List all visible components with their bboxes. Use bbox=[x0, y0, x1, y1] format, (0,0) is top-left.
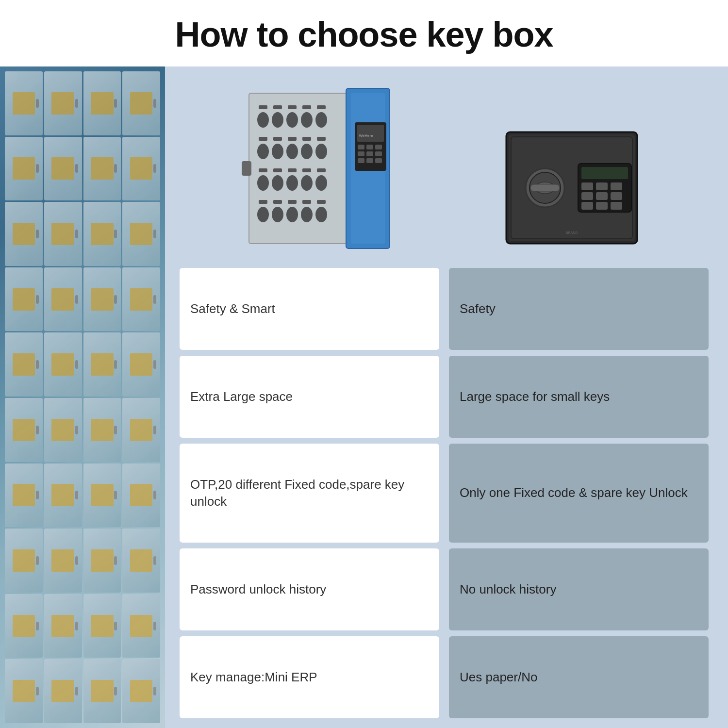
vault-cell-handle bbox=[153, 426, 156, 434]
svg-point-40 bbox=[315, 207, 327, 222]
vault-cell-handle bbox=[153, 687, 156, 695]
product-safebox: BRAND bbox=[494, 120, 649, 256]
vault-cell-handle bbox=[75, 164, 78, 173]
svg-rect-15 bbox=[317, 137, 326, 141]
vault-cell-handle bbox=[36, 99, 39, 108]
vault-cell bbox=[44, 659, 82, 723]
svg-rect-52 bbox=[358, 158, 364, 163]
svg-rect-72 bbox=[596, 202, 608, 210]
vault-cell bbox=[44, 529, 82, 593]
svg-point-19 bbox=[301, 144, 313, 159]
vault-cell bbox=[5, 463, 43, 528]
svg-rect-54 bbox=[375, 158, 382, 163]
vault-cell-handle bbox=[153, 230, 156, 238]
svg-rect-14 bbox=[302, 137, 311, 141]
svg-point-10 bbox=[315, 112, 327, 128]
vault-cell-handle bbox=[114, 99, 117, 108]
vault-cell bbox=[122, 267, 160, 331]
vault-cell bbox=[5, 137, 43, 201]
svg-rect-23 bbox=[288, 168, 297, 172]
vault-cell bbox=[122, 71, 160, 135]
vault-cell bbox=[122, 332, 160, 397]
vault-cell bbox=[122, 659, 160, 723]
feature-right-3: No unlock history bbox=[449, 548, 709, 630]
svg-point-7 bbox=[272, 112, 283, 128]
header: How to choose key box bbox=[0, 0, 728, 66]
vault-cell-handle bbox=[75, 556, 78, 565]
svg-rect-31 bbox=[259, 200, 267, 204]
product-keybox: WeHere bbox=[239, 81, 395, 256]
vault-cell bbox=[83, 137, 121, 201]
vault-cell bbox=[5, 332, 43, 397]
feature-left-4: Key manage:Mini ERP bbox=[180, 636, 439, 718]
vault-cell bbox=[44, 398, 82, 462]
vault-cell-handle bbox=[36, 230, 39, 238]
svg-rect-53 bbox=[366, 158, 373, 163]
svg-text:WeHere: WeHere bbox=[359, 133, 373, 138]
vault-cell-handle bbox=[36, 556, 39, 565]
vault-cell bbox=[83, 529, 121, 593]
vault-cell bbox=[5, 71, 43, 135]
vault-grid bbox=[0, 66, 165, 728]
vault-cell bbox=[44, 267, 82, 331]
vault-cell bbox=[83, 267, 121, 331]
svg-point-38 bbox=[286, 207, 298, 222]
vault-cell bbox=[44, 463, 82, 528]
vault-cell-handle bbox=[153, 556, 156, 565]
vault-cell-handle bbox=[75, 360, 78, 369]
vault-cell-handle bbox=[75, 230, 78, 238]
svg-point-36 bbox=[257, 207, 269, 222]
svg-rect-22 bbox=[273, 168, 282, 172]
vault-cell bbox=[83, 332, 121, 397]
svg-rect-48 bbox=[375, 145, 382, 149]
page-title: How to choose key box bbox=[10, 15, 718, 54]
svg-rect-21 bbox=[259, 168, 267, 172]
svg-rect-47 bbox=[366, 145, 373, 149]
svg-rect-50 bbox=[366, 151, 373, 156]
vault-background bbox=[0, 66, 165, 728]
feature-right-0: Safety bbox=[449, 268, 709, 350]
vault-cell bbox=[44, 202, 82, 266]
vault-cell bbox=[5, 267, 43, 331]
products-row: WeHere bbox=[180, 76, 709, 256]
vault-cell-handle bbox=[114, 295, 117, 304]
vault-cell-handle bbox=[153, 295, 156, 304]
feature-right-4: Ues paper/No bbox=[449, 636, 709, 718]
vault-cell bbox=[122, 202, 160, 266]
main-container: How to choose key box bbox=[0, 0, 728, 728]
vault-cell bbox=[83, 659, 121, 723]
svg-rect-65 bbox=[581, 182, 593, 190]
svg-rect-2 bbox=[273, 105, 282, 109]
vault-cell-handle bbox=[75, 295, 78, 304]
svg-point-28 bbox=[286, 175, 298, 191]
content-area: WeHere bbox=[0, 66, 728, 728]
svg-rect-41 bbox=[242, 161, 251, 176]
svg-rect-4 bbox=[302, 105, 311, 109]
svg-rect-67 bbox=[611, 182, 622, 190]
feature-left-1: Extra Large space bbox=[180, 356, 439, 438]
vault-cell bbox=[83, 398, 121, 462]
svg-rect-11 bbox=[259, 137, 267, 141]
svg-rect-62 bbox=[530, 184, 560, 191]
svg-point-30 bbox=[315, 175, 327, 191]
vault-cell-handle bbox=[114, 687, 117, 695]
svg-rect-68 bbox=[581, 192, 593, 200]
vault-cell-handle bbox=[153, 360, 156, 369]
vault-cell-handle bbox=[75, 426, 78, 434]
svg-rect-3 bbox=[288, 105, 297, 109]
svg-point-6 bbox=[257, 112, 269, 128]
svg-point-39 bbox=[301, 207, 313, 222]
vault-cell bbox=[5, 202, 43, 266]
vault-cell-handle bbox=[36, 360, 39, 369]
vault-cell-handle bbox=[36, 295, 39, 304]
svg-rect-35 bbox=[317, 200, 326, 204]
svg-text:BRAND: BRAND bbox=[565, 231, 578, 234]
vault-cell-handle bbox=[153, 491, 156, 499]
svg-rect-12 bbox=[273, 137, 282, 141]
svg-rect-32 bbox=[273, 200, 282, 204]
vault-cell bbox=[122, 463, 160, 528]
vault-cell-handle bbox=[36, 491, 39, 499]
comparison-table: Safety & SmartSafetyExtra Large spaceLar… bbox=[180, 268, 709, 718]
vault-cell bbox=[44, 594, 82, 658]
vault-cell bbox=[5, 398, 43, 462]
